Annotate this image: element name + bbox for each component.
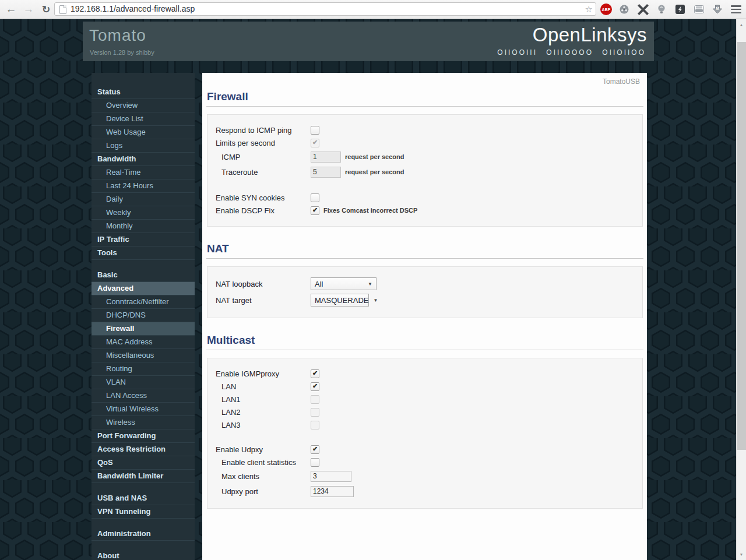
sidebar-item-basic[interactable]: Basic — [92, 269, 195, 282]
form-row: NAT loopbackAll▼ — [216, 276, 636, 292]
field-label: Traceroute — [216, 168, 311, 177]
sidebar-item-routing[interactable]: Routing — [92, 362, 195, 376]
sidebar-item-vlan[interactable]: VLAN — [92, 376, 195, 389]
svg-text:M: M — [716, 6, 719, 10]
field-label: LAN3 — [216, 421, 311, 429]
fieldset-firewall: Respond to ICMP pingLimits per second✔IC… — [207, 114, 643, 227]
section-title: Multicast — [207, 334, 647, 347]
sidebar-item-mac-address[interactable]: MAC Address — [92, 336, 195, 349]
sidebar-item-ip-traffic[interactable]: IP Traffic — [92, 233, 195, 246]
address-bar[interactable]: 192.168.1.1/advanced-firewall.asp ☆ — [54, 2, 596, 16]
section-multicast: MulticastEnable IGMPproxy✔LAN✔LAN1LAN2LA… — [202, 334, 647, 509]
form-row: Enable IGMPproxy✔ — [216, 367, 636, 380]
select-value: MASQUERADE — [315, 296, 368, 305]
sidebar-item-weekly[interactable]: Weekly — [92, 206, 195, 220]
form-row: Enable Udpxy✔ — [216, 443, 636, 456]
film-reel-icon[interactable] — [618, 3, 630, 15]
sidebar-item-web-usage[interactable]: Web Usage — [92, 126, 195, 139]
field-label: ICMP — [216, 153, 311, 161]
router-ident: TomatoUSB — [202, 73, 647, 86]
checkbox-lan[interactable]: ✔ — [311, 382, 319, 391]
field-label: LAN2 — [216, 408, 311, 417]
checkbox-respond-to-icmp-ping[interactable] — [311, 126, 319, 135]
checkbox-lan1 — [311, 395, 319, 404]
sidebar-item-firewall[interactable]: Firewall — [92, 322, 195, 336]
field-label: Enable SYN cookies — [216, 193, 311, 202]
sidebar-item-real-time[interactable]: Real-Time — [92, 166, 195, 179]
field-label: Udpxy port — [216, 487, 311, 496]
sidebar-item-usb-and-nas[interactable]: USB and NAS — [92, 492, 195, 505]
sidebar-item-daily[interactable]: Daily — [92, 193, 195, 206]
field-note: Fixes Comcast incorrect DSCP — [323, 207, 417, 214]
checkbox-enable-client-statistics[interactable] — [311, 458, 319, 467]
youtube-icon[interactable] — [693, 3, 705, 15]
section-divider — [206, 258, 643, 259]
input-udpxy-port[interactable] — [311, 486, 354, 497]
sidebar-item-lan-access[interactable]: LAN Access — [92, 389, 195, 403]
sidebar-item-advanced[interactable]: Advanced — [92, 282, 195, 295]
flash-icon[interactable] — [674, 3, 686, 15]
page-background: Tomato Version 1.28 by shibby OpenLinksy… — [0, 19, 746, 560]
download-arrow-icon[interactable]: M — [712, 3, 723, 15]
sidebar-item-bandwidth[interactable]: Bandwidth — [92, 153, 195, 166]
field-label: LAN1 — [216, 395, 311, 404]
lightbulb-icon[interactable] — [656, 3, 667, 15]
brand-binary: OIIOOIII OIIIOOOO OIIOIIOO — [497, 48, 646, 57]
checkmark-icon: ✔ — [312, 370, 318, 376]
forward-icon[interactable]: → — [21, 0, 36, 19]
sidebar-item-device-list[interactable]: Device List — [92, 112, 195, 126]
scrollbar-thumb[interactable] — [737, 42, 746, 450]
sidebar-item-conntrack-netfilter[interactable]: Conntrack/Netfilter — [92, 295, 195, 309]
extension-x-icon[interactable] — [637, 3, 649, 15]
url-text[interactable]: 192.168.1.1/advanced-firewall.asp — [71, 3, 195, 15]
scrollbar-up-icon[interactable]: ▲ — [737, 20, 746, 29]
field-note: request per second — [345, 168, 404, 175]
section-title: Firewall — [207, 90, 647, 103]
sidebar-item-dhcp-dns[interactable]: DHCP/DNS — [92, 309, 195, 322]
select-nat-target[interactable]: MASQUERADE▼ — [311, 294, 369, 307]
form-row: Max clients — [216, 469, 636, 484]
sidebar-item-wireless[interactable]: Wireless — [92, 416, 195, 429]
sidebar-group: BasicAdvancedConntrack/NetfilterDHCP/DNS… — [92, 269, 195, 483]
back-icon[interactable]: ← — [3, 0, 19, 19]
checkbox-enable-udpxy[interactable]: ✔ — [311, 445, 319, 454]
sidebar-item-virtual-wireless[interactable]: Virtual Wireless — [92, 403, 195, 416]
scrollbar-down-icon[interactable]: ▼ — [737, 550, 746, 559]
sidebar-item-overview[interactable]: Overview — [92, 99, 195, 112]
sidebar-group: StatusOverviewDevice ListWeb UsageLogsBa… — [92, 86, 195, 260]
sidebar-item-tools[interactable]: Tools — [92, 246, 195, 260]
sidebar-nav: StatusOverviewDevice ListWeb UsageLogsBa… — [92, 73, 195, 560]
checkbox-enable-igmpproxy[interactable]: ✔ — [311, 369, 319, 378]
sidebar-item-last-24-hours[interactable]: Last 24 Hours — [92, 179, 195, 193]
sidebar-item-bandwidth-limiter[interactable]: Bandwidth Limiter — [92, 470, 195, 483]
sidebar-group: About — [92, 550, 195, 560]
page-scrollbar[interactable]: ▲ ▼ — [736, 19, 746, 560]
section-title: NAT — [207, 242, 647, 255]
input-max-clients[interactable] — [311, 471, 351, 482]
sidebar-item-qos[interactable]: QoS — [92, 456, 195, 470]
adblock-plus-icon[interactable]: ABP — [600, 3, 612, 15]
sidebar-item-logs[interactable]: Logs — [92, 139, 195, 153]
checkbox-enable-syn-cookies[interactable] — [311, 193, 319, 202]
brand-logo: OpenLinksys — [533, 24, 647, 46]
checkbox-enable-dscp-fix[interactable]: ✔ — [311, 206, 319, 215]
sidebar-item-vpn-tunneling[interactable]: VPN Tunneling — [92, 505, 195, 519]
row-spacer — [216, 431, 636, 443]
bookmark-star-icon[interactable]: ☆ — [585, 3, 593, 15]
sidebar-item-about[interactable]: About — [92, 550, 195, 560]
sidebar-item-port-forwarding[interactable]: Port Forwarding — [92, 429, 195, 443]
sidebar-item-miscellaneous[interactable]: Miscellaneous — [92, 349, 195, 362]
header-band: Tomato Version 1.28 by shibby OpenLinksy… — [83, 22, 654, 61]
sidebar-item-access-restriction[interactable]: Access Restriction — [92, 443, 195, 456]
form-row: LAN1 — [216, 393, 636, 406]
field-label: Enable IGMPproxy — [216, 369, 311, 378]
form-row: Enable DSCP Fix✔Fixes Comcast incorrect … — [216, 204, 636, 217]
sidebar-item-administration[interactable]: Administration — [92, 527, 195, 541]
select-nat-loopback[interactable]: All▼ — [311, 277, 376, 290]
sidebar-group: USB and NASVPN Tunneling — [92, 492, 195, 519]
chrome-menu-icon[interactable] — [731, 5, 741, 13]
reload-icon[interactable]: ↻ — [38, 0, 54, 19]
form-row: Udpxy port — [216, 484, 636, 499]
sidebar-item-status[interactable]: Status — [92, 86, 195, 99]
sidebar-item-monthly[interactable]: Monthly — [92, 220, 195, 233]
